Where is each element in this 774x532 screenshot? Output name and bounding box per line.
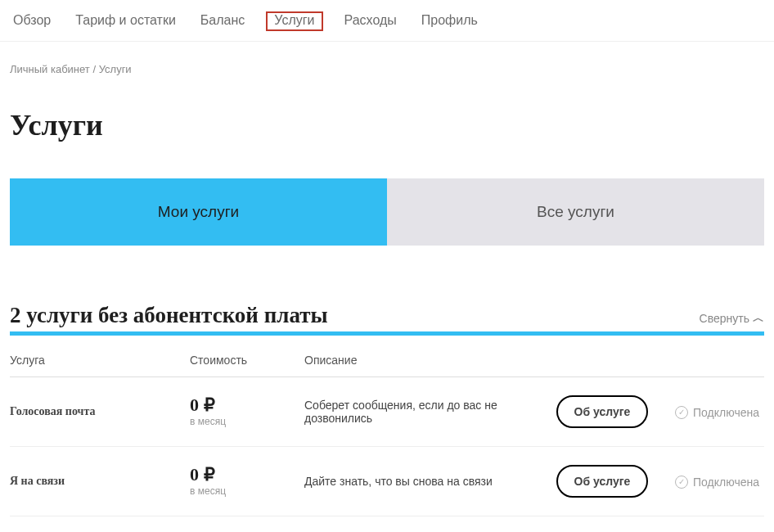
tab-my-services[interactable]: Мои услуги bbox=[10, 178, 387, 246]
check-icon: ✓ bbox=[675, 406, 688, 419]
service-name: Я на связи bbox=[10, 447, 190, 516]
breadcrumb: Личный кабинет / Услуги bbox=[10, 63, 764, 75]
service-price: 0 ₽ bbox=[190, 466, 299, 484]
check-icon: ✓ bbox=[675, 476, 688, 489]
service-period: в месяц bbox=[190, 416, 299, 427]
service-desc: Дайте знать, что вы снова на связи bbox=[304, 447, 551, 516]
about-service-button[interactable]: Об услуге bbox=[556, 395, 649, 428]
status-badge: ✓ Подключена bbox=[675, 406, 759, 419]
tab-all-services[interactable]: Все услуги bbox=[387, 178, 764, 246]
status-label: Подключена bbox=[693, 406, 759, 419]
page-title: Услуги bbox=[10, 108, 764, 142]
service-price: 0 ₽ bbox=[190, 396, 299, 414]
service-tabs: Мои услуги Все услуги bbox=[10, 178, 764, 246]
nav-tariff[interactable]: Тариф и остатки bbox=[72, 11, 179, 31]
breadcrumb-current: Услуги bbox=[99, 63, 132, 75]
table-row: Голосовая почта 0 ₽ в месяц Соберет сооб… bbox=[10, 377, 764, 447]
about-service-button[interactable]: Об услуге bbox=[556, 465, 649, 498]
service-desc: Соберет сообщения, если до вас не дозвон… bbox=[304, 377, 551, 447]
nav-balance[interactable]: Баланс bbox=[197, 11, 248, 31]
section-header: 2 услуги без абонентской платы Свернуть … bbox=[10, 303, 764, 336]
section-title: 2 услуги без абонентской платы bbox=[10, 303, 328, 328]
breadcrumb-root[interactable]: Личный кабинет bbox=[10, 63, 90, 75]
status-badge: ✓ Подключена bbox=[675, 476, 759, 489]
service-name: Голосовая почта bbox=[10, 377, 190, 447]
collapse-label: Свернуть bbox=[700, 312, 749, 325]
service-period: в месяц bbox=[190, 485, 299, 497]
nav-services[interactable]: Услуги bbox=[266, 11, 322, 31]
collapse-toggle[interactable]: Свернуть ︿ bbox=[700, 311, 764, 326]
top-navigation: Обзор Тариф и остатки Баланс Услуги Расх… bbox=[0, 0, 774, 42]
th-desc: Описание bbox=[304, 354, 551, 377]
nav-profile[interactable]: Профиль bbox=[418, 11, 481, 31]
th-cost: Стоимость bbox=[190, 354, 304, 377]
nav-expenses[interactable]: Расходы bbox=[341, 11, 400, 31]
th-service: Услуга bbox=[10, 354, 190, 377]
services-table: Услуга Стоимость Описание Голосовая почт… bbox=[10, 354, 764, 516]
status-label: Подключена bbox=[693, 476, 759, 489]
table-row: Я на связи 0 ₽ в месяц Дайте знать, что … bbox=[10, 447, 764, 516]
chevron-up-icon: ︿ bbox=[753, 311, 764, 326]
nav-overview[interactable]: Обзор bbox=[10, 11, 54, 31]
breadcrumb-sep: / bbox=[90, 63, 99, 75]
